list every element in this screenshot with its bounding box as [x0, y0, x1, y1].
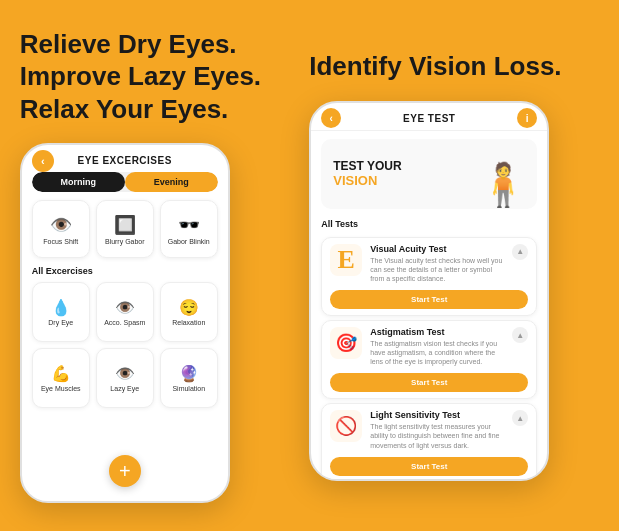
- start-test-btn-1[interactable]: Start Test: [330, 290, 528, 309]
- light-sensitivity-name: Light Sensitivity Test: [370, 410, 504, 420]
- focus-shift-label: Focus Shift: [43, 238, 78, 245]
- visual-acuity-tag: ▲: [512, 244, 528, 260]
- acco-spasm-icon: 👁️: [115, 298, 135, 317]
- gabor-blinkin-icon: 🕶️: [178, 214, 200, 236]
- phone-right: ‹ EYE TEST i TEST YOUR VISION 🧍 All Test…: [309, 101, 549, 481]
- dry-eye-icon: 💧: [51, 298, 71, 317]
- left-panel: Relieve Dry Eyes. Improve Lazy Eyes. Rel…: [20, 20, 290, 511]
- astigmatism-desc: The astigmatism vision test checks if yo…: [370, 339, 504, 366]
- phone-left-title: EYE EXCERCISES: [78, 155, 172, 166]
- start-test-btn-3[interactable]: Start Test: [330, 457, 528, 476]
- relaxation-icon: 😌: [179, 298, 199, 317]
- phone-right-title: EYE TEST: [403, 113, 455, 124]
- test-card-light-sensitivity: 🚫 Light Sensitivity Test The light sensi…: [321, 403, 537, 480]
- simulation-icon: 🔮: [179, 364, 199, 383]
- astigmatism-tag: ▲: [512, 327, 528, 343]
- exercise-card-3[interactable]: 🕶️ Gabor Blinkin: [160, 200, 218, 258]
- banner-text: TEST YOUR VISION: [321, 149, 413, 198]
- simulation-label: Simulation: [172, 385, 205, 392]
- phone-left-header: ‹ EYE EXCERCISES: [22, 145, 228, 172]
- light-sensitivity-tag: ▲: [512, 410, 528, 426]
- hero-text-right: Identify Vision Loss.: [309, 50, 561, 83]
- exercise-card-1[interactable]: 👁️ Focus Shift: [32, 200, 90, 258]
- visual-acuity-name: Visual Acuity Test: [370, 244, 504, 254]
- banner-line2: VISION: [333, 173, 401, 188]
- fab-button[interactable]: +: [109, 455, 141, 487]
- lazy-eye-label: Lazy Eye: [110, 385, 139, 392]
- eye-muscles-label: Eye Muscles: [41, 385, 81, 392]
- grid-card-acco[interactable]: 👁️ Acco. Spasm: [96, 282, 154, 342]
- grid-card-eye-muscles[interactable]: 💪 Eye Muscles: [32, 348, 90, 408]
- app-container: Relieve Dry Eyes. Improve Lazy Eyes. Rel…: [0, 0, 619, 531]
- phone-left: ‹ EYE EXCERCISES Morning Evening 👁️ Focu…: [20, 143, 230, 503]
- hero-line-3: Relax Your Eyes.: [20, 94, 229, 124]
- light-sensitivity-desc: The light sensitivity test measures your…: [370, 422, 504, 449]
- start-test-btn-2[interactable]: Start Test: [330, 373, 528, 392]
- astigmatism-info: Astigmatism Test The astigmatism vision …: [370, 327, 504, 366]
- hero-line-1: Relieve Dry Eyes.: [20, 29, 237, 59]
- astigmatism-name: Astigmatism Test: [370, 327, 504, 337]
- banner: TEST YOUR VISION 🧍: [321, 139, 537, 209]
- grid-card-simulation[interactable]: 🔮 Simulation: [160, 348, 218, 408]
- quick-exercises-row: 👁️ Focus Shift 🔲 Blurry Gabor 🕶️ Gabor B…: [22, 200, 228, 266]
- test-card-top-1: E Visual Acuity Test The Visual acuity t…: [330, 244, 528, 283]
- gabor-blinkin-label: Gabor Blinkin: [168, 238, 210, 245]
- test-card-top-3: 🚫 Light Sensitivity Test The light sensi…: [330, 410, 528, 449]
- hero-line-2: Improve Lazy Eyes.: [20, 61, 261, 91]
- hero-text-left: Relieve Dry Eyes. Improve Lazy Eyes. Rel…: [20, 28, 261, 126]
- dry-eye-label: Dry Eye: [48, 319, 73, 326]
- grid-card-relaxation[interactable]: 😌 Relaxation: [160, 282, 218, 342]
- relaxation-label: Relaxation: [172, 319, 205, 326]
- light-sensitivity-icon-box: 🚫: [330, 410, 362, 442]
- tab-evening[interactable]: Evening: [125, 172, 218, 192]
- back-button-right[interactable]: ‹: [321, 108, 341, 128]
- test-card-astigmatism: 🎯 Astigmatism Test The astigmatism visio…: [321, 320, 537, 399]
- blurry-gabor-icon: 🔲: [114, 214, 136, 236]
- visual-acuity-desc: The Visual acuity test checks how well y…: [370, 256, 504, 283]
- acco-spasm-label: Acco. Spasm: [104, 319, 145, 326]
- banner-figure: 🧍: [477, 160, 529, 209]
- eye-muscles-icon: 💪: [51, 364, 71, 383]
- grid-card-dry-eye[interactable]: 💧 Dry Eye: [32, 282, 90, 342]
- right-panel: Identify Vision Loss. ‹ EYE TEST i TEST …: [309, 20, 599, 511]
- astigmatism-icon-box: 🎯: [330, 327, 362, 359]
- focus-shift-icon: 👁️: [50, 214, 72, 236]
- visual-acuity-info: Visual Acuity Test The Visual acuity tes…: [370, 244, 504, 283]
- test-card-visual-acuity: E Visual Acuity Test The Visual acuity t…: [321, 237, 537, 316]
- exercises-grid: 💧 Dry Eye 👁️ Acco. Spasm 😌 Relaxation 💪 …: [22, 282, 228, 408]
- back-button-left[interactable]: ‹: [32, 150, 54, 172]
- blurry-gabor-label: Blurry Gabor: [105, 238, 145, 245]
- info-button[interactable]: i: [517, 108, 537, 128]
- acuity-e-letter: E: [338, 247, 355, 273]
- test-card-top-2: 🎯 Astigmatism Test The astigmatism visio…: [330, 327, 528, 366]
- visual-acuity-icon-box: E: [330, 244, 362, 276]
- tab-morning[interactable]: Morning: [32, 172, 125, 192]
- all-exercises-label: All Excercises: [22, 266, 228, 282]
- light-sensitivity-info: Light Sensitivity Test The light sensiti…: [370, 410, 504, 449]
- grid-card-lazy-eye[interactable]: 👁️ Lazy Eye: [96, 348, 154, 408]
- banner-line1: TEST YOUR: [333, 159, 401, 173]
- lazy-eye-icon: 👁️: [115, 364, 135, 383]
- exercise-card-2[interactable]: 🔲 Blurry Gabor: [96, 200, 154, 258]
- phone-right-header: ‹ EYE TEST i: [311, 103, 547, 131]
- tab-row: Morning Evening: [32, 172, 218, 192]
- all-tests-label: All Tests: [311, 217, 547, 233]
